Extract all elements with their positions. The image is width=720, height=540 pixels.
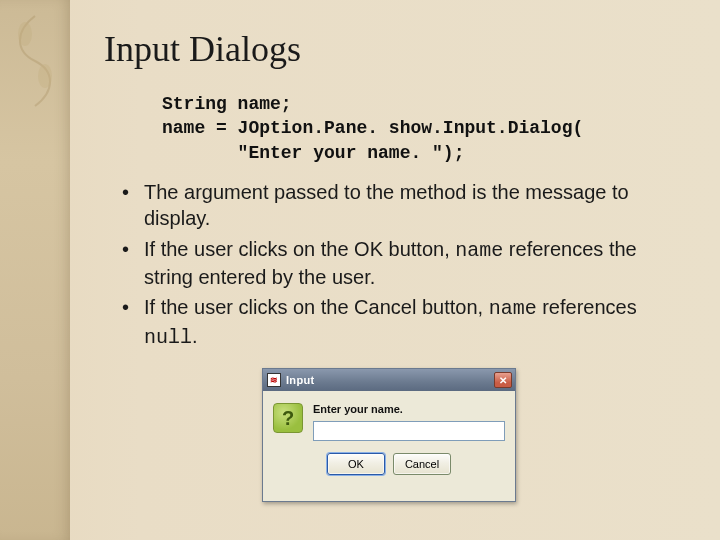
cancel-button[interactable]: Cancel [393, 453, 451, 475]
ok-button[interactable]: OK [327, 453, 385, 475]
bullet-2-code: name [455, 239, 503, 262]
bullet-3-pre: If the user clicks on the Cancel button, [144, 296, 489, 318]
bullet-3-code1: name [489, 297, 537, 320]
code-line-3: "Enter your name. "); [162, 143, 464, 163]
dialog-label: Enter your name. [313, 403, 505, 415]
java-icon: ≋ [267, 373, 281, 387]
dialog-buttons: OK Cancel [263, 449, 515, 485]
bullet-3-code2: null [144, 326, 192, 349]
bullet-3: If the user clicks on the Cancel button,… [122, 294, 680, 351]
bullet-1-text: The argument passed to the method is the… [144, 181, 629, 229]
code-line-1: String name; [162, 94, 292, 114]
close-icon[interactable]: ✕ [494, 372, 512, 388]
question-icon: ? [273, 403, 303, 433]
bullet-2-pre: If the user clicks on the OK button, [144, 238, 455, 260]
bullet-3-mid: references [537, 296, 637, 318]
dialog-right: Enter your name. [313, 403, 505, 441]
code-line-2: name = JOption.Pane. show.Input.Dialog( [162, 118, 583, 138]
dialog-body: ? Enter your name. [263, 391, 515, 449]
dialog-title: Input [286, 374, 489, 386]
bullet-2: If the user clicks on the OK button, nam… [122, 236, 680, 291]
bullet-3-post: . [192, 325, 198, 347]
bullet-1: The argument passed to the method is the… [122, 179, 680, 232]
input-dialog: ≋ Input ✕ ? Enter your name. OK Cancel [262, 368, 516, 502]
dialog-titlebar[interactable]: ≋ Input ✕ [263, 369, 515, 391]
code-block: String name; name = JOption.Pane. show.I… [162, 92, 680, 165]
name-input[interactable] [313, 421, 505, 441]
bullet-list: The argument passed to the method is the… [122, 179, 680, 351]
page-title: Input Dialogs [104, 28, 680, 70]
